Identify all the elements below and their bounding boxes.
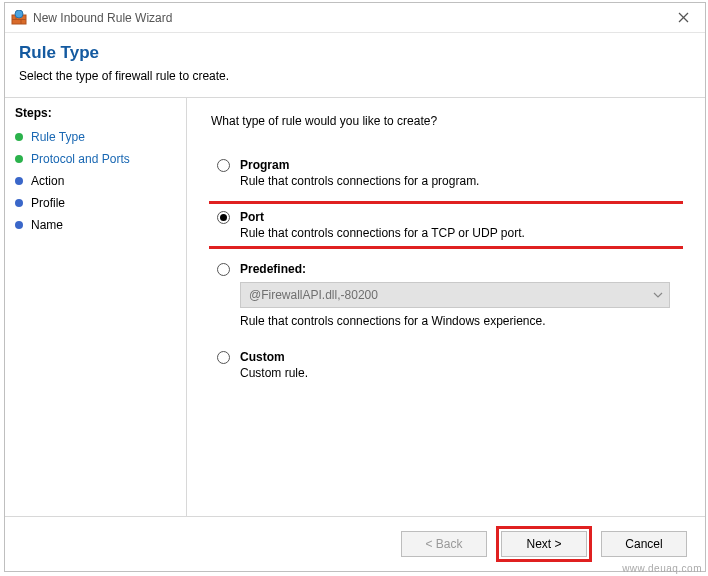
step-label: Name (31, 218, 63, 232)
step-bullet-icon (15, 221, 23, 229)
wizard-window: New Inbound Rule Wizard Rule Type Select… (4, 2, 706, 572)
wizard-header: Rule Type Select the type of firewall ru… (5, 33, 705, 98)
option-desc: Rule that controls connections for a pro… (240, 174, 675, 188)
titlebar: New Inbound Rule Wizard (5, 3, 705, 33)
predefined-select[interactable]: @FirewallAPI.dll,-80200 (240, 282, 670, 308)
option-label: Custom (240, 350, 675, 364)
option-label: Program (240, 158, 675, 172)
option-custom[interactable]: Custom Custom rule. (209, 344, 683, 386)
watermark: www.deuaq.com (622, 563, 702, 574)
wizard-body: Steps: Rule Type Protocol and Ports Acti… (5, 98, 705, 516)
step-name[interactable]: Name (15, 214, 176, 236)
back-button[interactable]: < Back (401, 531, 487, 557)
next-button[interactable]: Next > (501, 531, 587, 557)
main-panel: What type of rule would you like to crea… (187, 98, 705, 516)
step-bullet-icon (15, 133, 23, 141)
step-bullet-icon (15, 155, 23, 163)
step-label: Rule Type (31, 130, 85, 144)
steps-label: Steps: (15, 106, 176, 120)
step-label: Action (31, 174, 64, 188)
wizard-footer: < Back Next > Cancel (5, 516, 705, 571)
page-title: Rule Type (19, 43, 691, 63)
radio-icon[interactable] (217, 351, 230, 364)
radio-icon[interactable] (217, 159, 230, 172)
option-desc: Rule that controls connections for a TCP… (240, 226, 675, 240)
step-label: Protocol and Ports (31, 152, 130, 166)
option-program[interactable]: Program Rule that controls connections f… (209, 152, 683, 194)
svg-point-4 (15, 10, 23, 18)
page-subtitle: Select the type of firewall rule to crea… (19, 69, 691, 83)
option-desc: Rule that controls connections for a Win… (240, 314, 675, 328)
window-title: New Inbound Rule Wizard (33, 11, 661, 25)
option-label: Predefined: (240, 262, 675, 276)
option-desc: Custom rule. (240, 366, 675, 380)
option-port[interactable]: Port Rule that controls connections for … (209, 204, 683, 246)
option-label: Port (240, 210, 675, 224)
step-action[interactable]: Action (15, 170, 176, 192)
option-predefined[interactable]: Predefined: @FirewallAPI.dll,-80200 Rule… (209, 256, 683, 334)
step-protocol-and-ports[interactable]: Protocol and Ports (15, 148, 176, 170)
predefined-select-value: @FirewallAPI.dll,-80200 (249, 288, 378, 302)
step-profile[interactable]: Profile (15, 192, 176, 214)
cancel-button[interactable]: Cancel (601, 531, 687, 557)
rule-type-question: What type of rule would you like to crea… (211, 114, 683, 128)
radio-icon[interactable] (217, 211, 230, 224)
steps-sidebar: Steps: Rule Type Protocol and Ports Acti… (5, 98, 187, 516)
step-label: Profile (31, 196, 65, 210)
chevron-down-icon (653, 289, 663, 303)
radio-icon[interactable] (217, 263, 230, 276)
firewall-app-icon (11, 10, 27, 26)
step-bullet-icon (15, 177, 23, 185)
close-button[interactable] (661, 4, 705, 32)
step-bullet-icon (15, 199, 23, 207)
rule-type-options: Program Rule that controls connections f… (209, 152, 683, 506)
step-rule-type[interactable]: Rule Type (15, 126, 176, 148)
